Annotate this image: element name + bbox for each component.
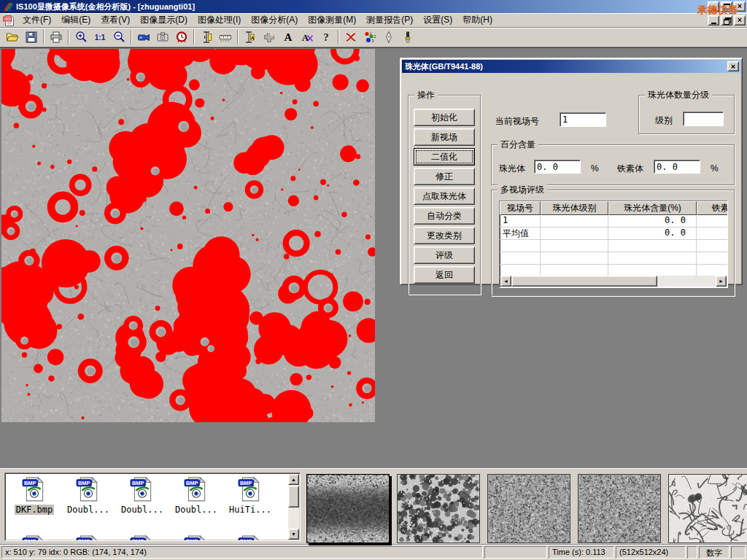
mdi-restore-icon[interactable] [721,15,732,26]
menu-f[interactable]: 文件(F) [18,12,56,28]
mdi-close-icon[interactable]: × [734,15,746,26]
dialog-close-icon[interactable]: × [727,61,739,71]
table-cell [500,240,541,252]
op-button-3[interactable]: 二值化 [414,148,475,166]
camera-capture-button[interactable] [153,29,172,46]
print-button[interactable] [47,29,66,46]
table-row[interactable] [500,252,727,265]
grid-button[interactable] [260,29,279,46]
menu-a[interactable]: 图像分析(A) [246,12,303,28]
table-cell [697,215,728,228]
scrollbar-track[interactable] [657,276,716,287]
grading-group-label: 珠光体数量分级 [645,90,712,100]
caliper-button[interactable] [197,29,216,46]
ruler-button[interactable] [216,29,235,46]
dialog-title-bar[interactable]: 珠光体(GB/T9441-88) × [402,60,740,73]
menu-m[interactable]: 图像测量(M) [303,12,361,28]
timer-button[interactable] [172,29,191,46]
svg-text:BMP: BMP [78,538,90,541]
minimize-icon[interactable] [708,1,719,12]
thumbnail-1[interactable] [306,474,390,543]
file-item-partial[interactable]: BMP [61,534,115,541]
menu-s[interactable]: 设置(S) [418,12,457,28]
thumbnail-3[interactable] [487,474,570,543]
bmp-file-icon: BMP [237,534,263,541]
op-button-7[interactable]: 更改类别 [414,227,475,244]
op-button-5[interactable]: 点取珠光体 [414,187,475,205]
op-button-8[interactable]: 评级 [414,246,475,264]
pen-tool-button[interactable] [379,29,398,46]
file-item-partial[interactable]: BMP [115,534,169,541]
text-style-button[interactable]: A [298,29,317,46]
actual-size-button[interactable]: 1:1 [90,29,109,46]
file-item-1[interactable]: BMPDKF.bmp [7,476,61,515]
text-button[interactable]: A [279,29,298,46]
scrollbar-thumb[interactable] [288,486,299,508]
help-button[interactable]: ? [317,29,336,46]
mdi-minimize-icon[interactable] [708,15,719,26]
status-bar: x: 510 y: 79 idx: 0 RGB: (174, 174, 174)… [0,544,747,560]
point-markers-button[interactable]: 123 [360,29,379,46]
file-item-3[interactable]: BMPDoubl... [115,476,169,515]
scrollbar-thumb[interactable] [511,276,657,287]
file-item-5[interactable]: BMPHuiTi... [223,476,277,515]
status-panel-empty [731,546,746,559]
table-row[interactable]: 平均值0. 0 [500,228,727,240]
table-row[interactable]: 10. 0 [500,215,727,228]
scroll-left-icon[interactable]: ◄ [500,276,511,287]
thumbnail-5[interactable] [668,474,747,543]
menu-d[interactable]: 图像显示(D) [135,12,193,28]
percent-group-label: 百分含量 [498,139,538,149]
svg-text:BMP: BMP [24,538,36,541]
op-button-1[interactable]: 初始化 [414,109,475,126]
open-button[interactable] [3,29,22,46]
table-column-header[interactable]: 珠光体含量(%) [608,201,697,215]
current-field-input[interactable] [560,112,606,127]
menu-p[interactable]: 测量报告(P) [361,12,418,28]
table-horizontal-scrollbar[interactable]: ◄ ► [500,276,727,287]
menu-v[interactable]: 查看(V) [96,12,135,28]
table-column-header[interactable]: 铁素体含量(%) [697,201,727,215]
table-column-header[interactable]: 珠光体级别 [541,201,608,215]
micrograph-image[interactable] [1,49,375,422]
file-item-4[interactable]: BMPDoubl... [169,476,223,515]
file-item-partial[interactable]: BMP [169,534,223,541]
file-item-2[interactable]: BMPDoubl... [61,476,115,515]
thumbnail-4[interactable] [578,474,661,543]
zoom-out-button[interactable] [109,29,128,46]
file-item-partial[interactable]: BMP [7,534,61,541]
table-row[interactable] [500,240,727,252]
menu-e[interactable]: 编辑(E) [56,12,96,28]
video-capture-button[interactable] [134,29,153,46]
save-button[interactable] [22,29,41,46]
measure-text-button[interactable]: A [241,29,260,46]
file-item-partial[interactable]: BMP [223,534,277,541]
point-markers-icon: 123 [363,31,376,44]
pearlite-unit: % [591,163,599,174]
close-icon[interactable]: × [734,1,746,12]
mode-indicator: 数字 [699,546,729,559]
op-button-4[interactable]: 修正 [414,168,475,185]
op-button-6[interactable]: 自动分类 [414,207,475,225]
svg-text:DOC: DOC [4,18,12,21]
table-column-header[interactable]: 视场号 [500,201,541,215]
zoom-in-button[interactable] [71,29,90,46]
scroll-right-icon[interactable]: ► [716,276,727,287]
scroll-down-icon[interactable]: ▼ [288,529,299,540]
maximize-icon[interactable] [721,1,732,12]
measure-text-icon: A [244,31,257,44]
document-icon[interactable]: DOC [3,15,15,26]
brush-tool-button[interactable] [398,29,417,46]
curve-tool-button[interactable] [341,29,360,46]
menu-h[interactable]: 帮助(H) [457,12,498,28]
op-button-2[interactable]: 新视场 [414,128,475,146]
thumbnail-2[interactable] [397,474,480,543]
file-list-scrollbar[interactable]: ▲ ▼ [288,474,299,540]
grade-input[interactable] [683,112,724,126]
ferrite-percent-input[interactable] [654,160,700,174]
operations-group-label: 操作 [414,90,438,100]
op-button-9[interactable]: 返回 [414,266,475,284]
menu-i[interactable]: 图像处理(I) [193,12,246,28]
pearlite-percent-input[interactable] [534,160,581,174]
scroll-up-icon[interactable]: ▲ [288,474,299,485]
